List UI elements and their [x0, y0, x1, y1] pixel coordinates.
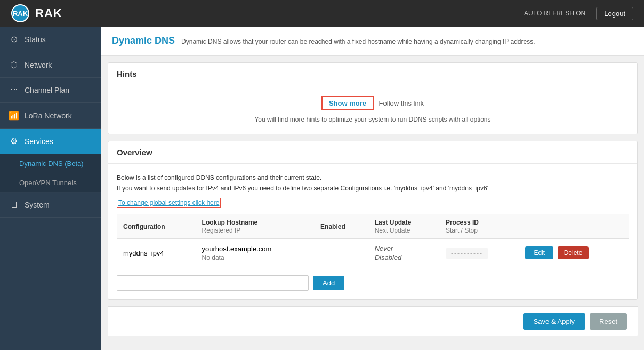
th-actions — [519, 214, 629, 239]
change-global-settings-link[interactable]: To change global settings click here — [117, 198, 221, 208]
sidebar-item-label: Network — [25, 61, 52, 69]
sidebar-item-services[interactable]: ⚙ Services — [0, 129, 101, 154]
sidebar-sub-label: OpenVPN Tunnels — [19, 179, 77, 187]
logout-button[interactable]: Logout — [596, 7, 633, 20]
td-hostname: yourhost.example.com No data — [196, 239, 315, 267]
overview-desc: Below is a list of configured DDNS confi… — [117, 172, 629, 208]
hostname-value: yourhost.example.com — [202, 245, 308, 253]
td-process-id: ---------- — [439, 239, 519, 267]
sidebar-item-label: Services — [25, 137, 53, 146]
follow-link-text: Follow this link — [379, 99, 424, 107]
topbar-right: AUTO REFRESH ON Logout — [524, 7, 633, 20]
page-header: Dynamic DNS Dynamic DNS allows that your… — [101, 27, 644, 56]
add-configuration-input[interactable] — [117, 275, 309, 291]
next-update-value: Disabled — [375, 253, 433, 261]
add-configuration-row: Add — [117, 275, 629, 291]
logo: RAK RAK — [11, 4, 62, 23]
main-content: Dynamic DNS Dynamic DNS allows that your… — [101, 27, 644, 350]
logo-text: RAK — [35, 6, 62, 20]
sidebar-item-system[interactable]: 🖥 System — [0, 193, 101, 218]
page-title: Dynamic DNS — [112, 35, 175, 46]
sidebar: ⊙ Status ⬡ Network 〰 Channel Plan 📶 LoRa… — [0, 27, 101, 350]
sidebar-submenu-services: Dynamic DNS (Beta) OpenVPN Tunnels — [0, 154, 101, 193]
channel-plan-icon: 〰 — [9, 85, 19, 95]
sidebar-sub-dynamic-dns[interactable]: Dynamic DNS (Beta) — [0, 154, 101, 173]
hints-section-header: Hints — [108, 63, 637, 85]
show-more-button[interactable]: Show more — [321, 96, 374, 110]
footer-actions: Save & Apply Reset — [108, 306, 638, 336]
auto-refresh-status: AUTO REFRESH ON — [524, 10, 585, 17]
table-row: myddns_ipv4 yourhost.example.com No data — [117, 239, 629, 267]
hints-section-body: Show more Follow this link You will find… — [108, 85, 637, 134]
lora-network-icon: 📶 — [9, 110, 19, 121]
sidebar-item-status[interactable]: ⊙ Status — [0, 27, 101, 52]
sidebar-item-lora-network[interactable]: 📶 LoRa Network — [0, 103, 101, 129]
th-configuration: Configuration — [117, 214, 196, 239]
sidebar-item-label: Status — [25, 35, 46, 44]
edit-button[interactable]: Edit — [525, 246, 553, 259]
th-enabled: Enabled — [314, 214, 368, 239]
add-button[interactable]: Add — [313, 276, 344, 290]
overview-section-header: Overview — [108, 141, 637, 164]
ddns-table: Configuration Lookup Hostname Registered… — [117, 214, 629, 267]
page-description: Dynamic DNS allows that your router can … — [181, 38, 535, 45]
td-row-actions: Edit Delete — [519, 239, 629, 267]
hints-sub-text: You will find more hints to optimize you… — [130, 116, 616, 123]
th-process-id: Process ID Start / Stop — [439, 214, 519, 239]
td-last-update: Never Disabled — [368, 239, 439, 267]
save-apply-button[interactable]: Save & Apply — [523, 313, 585, 330]
network-icon: ⬡ — [9, 60, 19, 70]
registered-ip-value: No data — [202, 254, 308, 261]
sidebar-item-channel-plan[interactable]: 〰 Channel Plan — [0, 78, 101, 103]
system-icon: 🖥 — [9, 200, 19, 210]
overview-section-body: Below is a list of configured DDNS confi… — [108, 164, 637, 299]
rak-logo-icon: RAK — [11, 4, 30, 23]
overview-section: Overview Below is a list of configured D… — [108, 141, 638, 300]
services-icon: ⚙ — [9, 136, 19, 146]
process-placeholder: ---------- — [446, 248, 488, 259]
sidebar-item-network[interactable]: ⬡ Network — [0, 52, 101, 78]
hints-section: Hints Show more Follow this link You wil… — [108, 62, 638, 134]
delete-button[interactable]: Delete — [558, 246, 589, 259]
sidebar-sub-label: Dynamic DNS (Beta) — [19, 160, 84, 168]
td-enabled — [314, 239, 368, 267]
th-last-update: Last Update Next Update — [368, 214, 439, 239]
overview-desc-line2: If you want to send updates for IPv4 and… — [117, 183, 629, 194]
overview-desc-line1: Below is a list of configured DDNS confi… — [117, 172, 629, 183]
sidebar-sub-openvpn[interactable]: OpenVPN Tunnels — [0, 173, 101, 193]
sidebar-item-label: Channel Plan — [25, 86, 69, 94]
th-lookup-hostname: Lookup Hostname Registered IP — [196, 214, 315, 239]
reset-button[interactable]: Reset — [590, 313, 627, 330]
svg-text:RAK: RAK — [13, 10, 28, 18]
td-configuration: myddns_ipv4 — [117, 239, 196, 267]
topbar: RAK RAK AUTO REFRESH ON Logout — [0, 0, 644, 27]
sidebar-item-label: LoRa Network — [25, 112, 72, 120]
sidebar-item-label: System — [25, 201, 50, 209]
last-update-value: Never — [375, 244, 433, 252]
hints-row: Show more Follow this link — [130, 96, 616, 110]
status-icon: ⊙ — [9, 34, 19, 44]
